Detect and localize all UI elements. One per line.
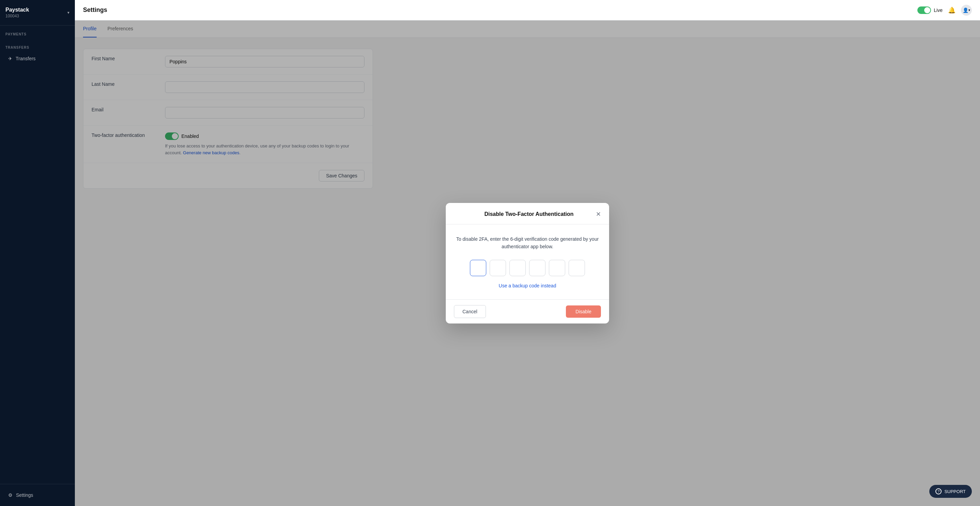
disable-button[interactable]: Disable bbox=[566, 305, 601, 318]
sidebar-item-settings[interactable]: ⚙ Settings bbox=[5, 490, 69, 501]
live-toggle-group: Live bbox=[917, 6, 943, 14]
live-label: Live bbox=[934, 8, 943, 13]
settings-icon: ⚙ bbox=[8, 492, 13, 498]
otp-input-3[interactable] bbox=[509, 260, 526, 276]
otp-input-1[interactable] bbox=[470, 260, 486, 276]
otp-input-5[interactable] bbox=[549, 260, 565, 276]
support-button[interactable]: ? SUPPORT bbox=[929, 485, 972, 498]
avatar[interactable]: 👤 ▾ bbox=[961, 5, 972, 16]
sidebar: Paystack 100043 ▾ PAYMENTS TRANSFERS ✈ T… bbox=[0, 0, 75, 506]
avatar-chevron: ▾ bbox=[969, 8, 970, 12]
content-area: Profile Preferences First Name Last Name bbox=[75, 21, 980, 506]
cancel-button[interactable]: Cancel bbox=[454, 305, 486, 318]
chevron-down-icon: ▾ bbox=[67, 10, 69, 15]
header: Settings Live 🔔 👤 ▾ bbox=[75, 0, 980, 21]
header-right: Live 🔔 👤 ▾ bbox=[917, 5, 972, 16]
modal-overlay[interactable]: Disable Two-Factor Authentication ✕ To d… bbox=[75, 21, 980, 506]
modal-close-button[interactable]: ✕ bbox=[596, 211, 601, 217]
transfers-section-label: TRANSFERS bbox=[0, 39, 75, 52]
main-content: Settings Live 🔔 👤 ▾ Profile Preferences … bbox=[75, 0, 980, 506]
transfers-icon: ✈ bbox=[8, 56, 12, 61]
brand-id: 100043 bbox=[5, 14, 29, 18]
avatar-icon: 👤 bbox=[963, 8, 969, 13]
modal-footer: Cancel Disable bbox=[446, 299, 609, 324]
support-icon: ? bbox=[935, 488, 942, 495]
otp-input-2[interactable] bbox=[490, 260, 506, 276]
sidebar-brand[interactable]: Paystack 100043 ▾ bbox=[0, 0, 75, 26]
otp-input-4[interactable] bbox=[529, 260, 546, 276]
page-title: Settings bbox=[83, 6, 107, 14]
brand-name: Paystack bbox=[5, 7, 29, 13]
payments-section-label: PAYMENTS bbox=[0, 26, 75, 39]
otp-input-6[interactable] bbox=[569, 260, 585, 276]
sidebar-item-transfers[interactable]: ✈ Transfers bbox=[3, 53, 72, 65]
sidebar-bottom: ⚙ Settings bbox=[0, 484, 75, 506]
live-toggle-switch[interactable] bbox=[917, 6, 931, 14]
notification-icon[interactable]: 🔔 bbox=[948, 6, 956, 14]
backup-code-link[interactable]: Use a backup code instead bbox=[454, 283, 601, 289]
modal-description: To disable 2FA, enter the 6-digit verifi… bbox=[454, 235, 601, 251]
disable-2fa-modal: Disable Two-Factor Authentication ✕ To d… bbox=[446, 203, 609, 324]
modal-title: Disable Two-Factor Authentication bbox=[462, 211, 596, 217]
sidebar-settings-label: Settings bbox=[16, 492, 33, 498]
support-label: SUPPORT bbox=[944, 489, 966, 494]
otp-inputs-group bbox=[454, 260, 601, 276]
modal-body: To disable 2FA, enter the 6-digit verifi… bbox=[446, 224, 609, 300]
modal-header: Disable Two-Factor Authentication ✕ bbox=[446, 203, 609, 224]
sidebar-item-transfers-label: Transfers bbox=[16, 56, 36, 61]
